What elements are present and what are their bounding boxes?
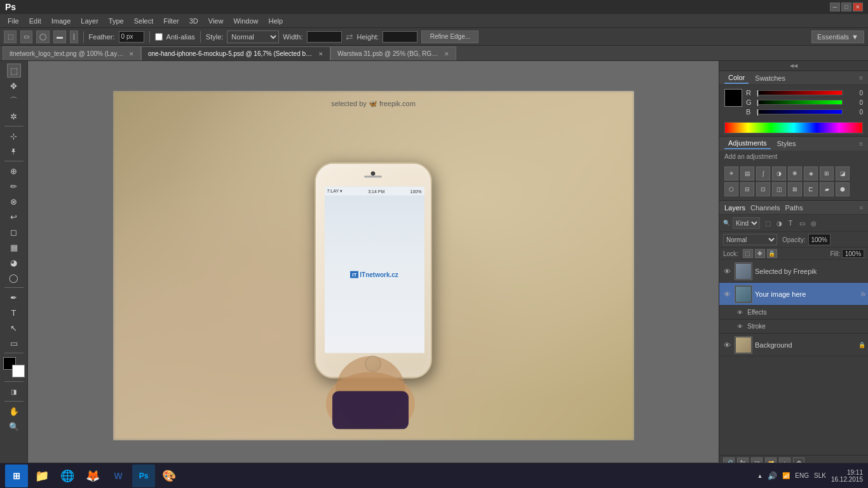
tab-0-close[interactable]: ✕ xyxy=(129,51,134,57)
smart-filter-icon[interactable]: ◎ xyxy=(808,218,818,228)
tab-1[interactable]: one-hand-iphone-6-mockup-5.psd @ 16,7% (… xyxy=(141,46,330,60)
lock-pixels-icon[interactable]: ⬚ xyxy=(743,249,753,258)
red-slider-thumb[interactable] xyxy=(757,90,759,97)
channel-mixer-icon[interactable]: ⊟ xyxy=(740,182,754,196)
layers-tab[interactable]: Layers xyxy=(724,204,745,212)
shape-filter-icon[interactable]: ▭ xyxy=(797,218,807,228)
crop-tool[interactable]: ⊹ xyxy=(7,129,21,143)
color-balance-icon[interactable]: ⊞ xyxy=(820,166,834,180)
black-white-icon[interactable]: ◪ xyxy=(836,166,850,180)
kind-select[interactable]: Kind xyxy=(733,217,760,229)
stroke-eye[interactable]: 👁 xyxy=(735,322,745,332)
layer-selected-by-freepik[interactable]: 👁 Selected by Freepik xyxy=(719,260,868,283)
type-filter-icon[interactable]: T xyxy=(785,218,796,228)
layers-panel-collapse[interactable]: ≡ xyxy=(860,205,863,211)
gradient-map-icon[interactable]: ▰ xyxy=(820,182,834,196)
collapse-icon[interactable]: ◀◀ xyxy=(790,63,797,69)
gradient-tool[interactable]: ▦ xyxy=(7,240,21,254)
menu-file[interactable]: File xyxy=(3,16,24,26)
quick-mask-btn[interactable]: ◨ xyxy=(7,384,21,398)
type-tool[interactable]: T xyxy=(7,306,21,320)
exposure-icon[interactable]: ◑ xyxy=(772,166,786,180)
browser-btn-1[interactable]: 🌐 xyxy=(56,464,79,487)
canvas-area[interactable]: selected by 🦋 freepik.com xyxy=(28,61,719,470)
shape-tool[interactable]: ▭ xyxy=(7,336,21,350)
invert-icon[interactable]: ◫ xyxy=(772,182,786,196)
start-button[interactable]: ⊞ xyxy=(5,464,28,487)
marquee-rect-btn[interactable]: ▭ xyxy=(20,30,32,43)
menu-3d[interactable]: 3D xyxy=(184,16,203,26)
tab-2[interactable]: Warstwa 31.psb @ 25% (BG, RGB/8) ✕ xyxy=(330,46,456,60)
tab-2-close[interactable]: ✕ xyxy=(444,51,449,57)
fill-input[interactable] xyxy=(842,249,864,258)
blur-tool[interactable]: ◕ xyxy=(7,255,21,269)
layer-vis-0[interactable]: 👁 xyxy=(722,266,732,276)
background-color[interactable] xyxy=(12,365,25,377)
layer-effects-sub[interactable]: 👁 Effects xyxy=(719,306,868,320)
styles-tab[interactable]: Styles xyxy=(773,139,800,149)
pixel-filter-icon[interactable]: ⬚ xyxy=(763,218,773,228)
layer-background[interactable]: 👁 Background 🔒 xyxy=(719,334,868,356)
effects-eye[interactable]: 👁 xyxy=(735,308,745,318)
swap-icon[interactable]: ⇄ xyxy=(346,32,353,42)
marquee-col-btn[interactable]: | xyxy=(70,30,78,43)
menu-select[interactable]: Select xyxy=(129,16,159,26)
channels-tab[interactable]: Channels xyxy=(750,204,780,212)
menu-window[interactable]: Window xyxy=(228,16,263,26)
menu-help[interactable]: Help xyxy=(264,16,288,26)
adjust-filter-icon[interactable]: ◑ xyxy=(774,218,784,228)
photo-filter-icon[interactable]: ⬡ xyxy=(724,182,738,196)
menu-type[interactable]: Type xyxy=(104,16,129,26)
photoshop-btn[interactable]: Ps xyxy=(132,464,155,487)
color-tab[interactable]: Color xyxy=(724,72,749,84)
marquee-options-icon[interactable]: ⬚ xyxy=(4,30,17,43)
systray-lang[interactable]: ENG xyxy=(795,472,809,479)
blue-slider-thumb[interactable] xyxy=(757,109,759,116)
word-btn[interactable]: W xyxy=(107,464,130,487)
layer-vis-2[interactable]: 👁 xyxy=(722,340,732,350)
magic-wand-tool[interactable]: ✲ xyxy=(7,109,21,123)
menu-filter[interactable]: Filter xyxy=(158,16,184,26)
history-brush-tool[interactable]: ↩ xyxy=(7,210,21,224)
selective-color-icon[interactable]: ⬢ xyxy=(836,182,850,196)
height-input[interactable] xyxy=(383,31,417,43)
minimize-button[interactable]: ─ xyxy=(830,3,840,11)
firefox-btn[interactable]: 🦊 xyxy=(81,464,104,487)
posterize-icon[interactable]: ⊠ xyxy=(788,182,802,196)
brush-tool[interactable]: ✏ xyxy=(7,179,21,193)
refine-edge-button[interactable]: Refine Edge... xyxy=(421,30,478,43)
color-gradient-picker[interactable] xyxy=(724,122,863,133)
layer-your-image[interactable]: 👁 Your image here fx xyxy=(719,283,868,306)
brightness-contrast-icon[interactable]: ☀ xyxy=(724,166,738,180)
file-explorer-btn[interactable]: 📁 xyxy=(31,464,53,487)
lock-all-icon[interactable]: 🔒 xyxy=(767,249,777,258)
systray-volume[interactable]: 🔊 xyxy=(768,471,777,480)
menu-view[interactable]: View xyxy=(203,16,229,26)
hue-saturation-icon[interactable]: ◈ xyxy=(804,166,818,180)
color-lookup-icon[interactable]: ⊡ xyxy=(756,182,770,196)
red-slider[interactable] xyxy=(756,90,843,95)
eraser-tool[interactable]: ◻ xyxy=(7,225,21,239)
vibrance-icon[interactable]: ❋ xyxy=(788,166,802,180)
dodge-tool[interactable]: ◯ xyxy=(7,271,21,285)
feather-input[interactable] xyxy=(119,31,144,43)
layer-stroke-sub[interactable]: 👁 Stroke xyxy=(719,320,868,334)
blend-mode-select[interactable]: Normal Dissolve Multiply Screen xyxy=(723,234,777,245)
marquee-row-btn[interactable]: ▬ xyxy=(53,30,66,43)
green-slider-thumb[interactable] xyxy=(757,99,759,107)
width-input[interactable] xyxy=(307,31,342,43)
essentials-button[interactable]: Essentials ▼ xyxy=(811,30,864,43)
pen-tool[interactable]: ✒ xyxy=(7,290,21,304)
marquee-tool[interactable]: ⬚ xyxy=(7,64,21,78)
eyedropper-tool[interactable]: 🖈 xyxy=(7,144,21,158)
levels-icon[interactable]: ▤ xyxy=(740,166,754,180)
zoom-tool[interactable]: 🔍 xyxy=(7,419,21,433)
color-preview-swatch[interactable] xyxy=(724,89,742,107)
adj-collapse[interactable]: ≡ xyxy=(859,140,863,147)
clone-stamp-tool[interactable]: ⊗ xyxy=(7,194,21,208)
style-select[interactable]: Normal Fixed Ratio Fixed Size xyxy=(227,30,279,43)
curves-icon[interactable]: ∫ xyxy=(756,166,770,180)
green-slider[interactable] xyxy=(756,100,843,105)
layer-vis-1[interactable]: 👁 xyxy=(722,289,732,299)
lasso-tool[interactable]: ⌒ xyxy=(7,94,21,108)
